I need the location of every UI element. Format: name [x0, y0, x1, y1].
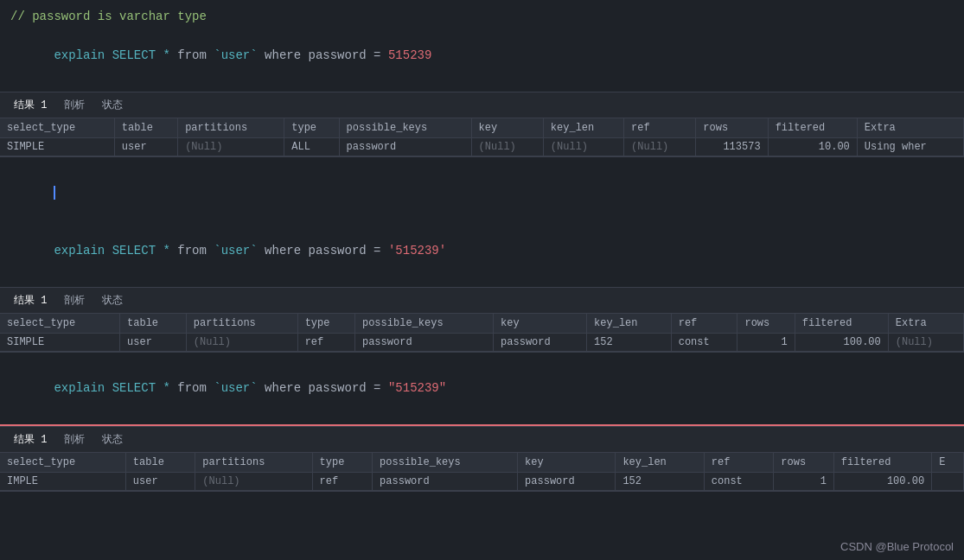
col-partitions-2: partitions — [186, 314, 297, 334]
tab-analyze-2[interactable]: 剖析 — [57, 291, 92, 309]
code-area-2: explain SELECT * from `user` where passw… — [0, 157, 964, 287]
tab-status-2[interactable]: 状态 — [95, 291, 130, 309]
tab-result-1[interactable]: 结果 1 — [7, 96, 54, 114]
tab-status-1[interactable]: 状态 — [95, 96, 130, 114]
col-select-type-2: select_type — [0, 314, 120, 334]
table-row: SIMPLE user (Null) ref password password… — [0, 333, 964, 351]
section-1: // password is varchar type explain SELE… — [0, 0, 964, 157]
col-extra-2: Extra — [888, 314, 963, 334]
col-possible-keys-1: possible_keys — [339, 118, 471, 138]
value-3: "515239" — [388, 381, 446, 395]
col-table-3: table — [125, 453, 195, 473]
table-row: SIMPLE user (Null) ALL password (Null) (… — [0, 137, 964, 156]
col-key-len-3: key_len — [616, 453, 704, 473]
from-1: from — [177, 48, 207, 62]
col-extra-1: Extra — [857, 118, 963, 138]
col-filtered-3: filtered — [833, 453, 931, 473]
section-2: explain SELECT * from `user` where passw… — [0, 157, 964, 353]
col-type-1: type — [284, 118, 339, 138]
col-key-2: key — [494, 314, 587, 334]
table-ref-1: `user` — [214, 48, 257, 62]
from-2: from — [177, 244, 207, 258]
watermark: CSDN @Blue Protocol — [840, 540, 954, 553]
col-ref-1: ref — [624, 118, 696, 138]
result-table-1: select_type table partitions type possib… — [0, 118, 964, 156]
result-table-3: select_type table partitions type possib… — [0, 453, 964, 491]
tab-result-3[interactable]: 结果 1 — [7, 430, 54, 449]
keyword-explain-3: explain SELECT * — [54, 381, 177, 395]
col-possible-keys-3: possible_keys — [373, 453, 518, 473]
col-ref-2: ref — [671, 314, 737, 334]
col-ref-3: ref — [704, 453, 774, 473]
code-area-1: // password is varchar type explain SELE… — [0, 0, 964, 92]
table-ref-3: `user` — [214, 381, 257, 395]
col-filtered-1: filtered — [768, 118, 857, 138]
code-query-1: explain SELECT * from `user` where passw… — [10, 26, 954, 84]
value-2: '515239' — [388, 244, 446, 258]
code-query-2: explain SELECT * from `user` where passw… — [10, 222, 954, 280]
from-3: from — [177, 381, 207, 395]
col-key-len-2: key_len — [587, 314, 672, 334]
col-table-1: table — [114, 118, 177, 138]
col-key-3: key — [518, 453, 616, 473]
tabs-bar-3: 结果 1 剖析 状态 — [0, 426, 964, 453]
col-select-type-1: select_type — [0, 118, 114, 138]
col-key-1: key — [471, 118, 543, 138]
value-1: 515239 — [388, 48, 431, 62]
col-partitions-1: partitions — [178, 118, 284, 138]
code-query-3: explain SELECT * from `user` where passw… — [10, 360, 954, 417]
col-rows-2: rows — [737, 314, 795, 334]
text-cursor — [54, 186, 55, 200]
tab-result-2[interactable]: 结果 1 — [7, 291, 54, 309]
tab-analyze-3[interactable]: 剖析 — [57, 430, 92, 449]
col-select-type-3: select_type — [0, 453, 125, 473]
col-partitions-3: partitions — [195, 453, 312, 473]
section-3: explain SELECT * from `user` where passw… — [0, 353, 964, 492]
tab-analyze-1[interactable]: 剖析 — [57, 96, 92, 114]
keyword-explain-2: explain SELECT * — [54, 244, 177, 258]
code-area-3: explain SELECT * from `user` where passw… — [0, 353, 964, 426]
tabs-bar-2: 结果 1 剖析 状态 — [0, 287, 964, 314]
col-rows-3: rows — [774, 453, 834, 473]
col-rows-1: rows — [696, 118, 768, 138]
col-filtered-2: filtered — [795, 314, 888, 334]
col-possible-keys-2: possible_keys — [354, 314, 493, 334]
tab-status-3[interactable]: 状态 — [95, 430, 130, 449]
code-comment-1: // password is varchar type — [10, 7, 954, 26]
table-row: IMPLE user (Null) ref password password … — [0, 473, 964, 491]
col-type-2: type — [297, 314, 354, 334]
col-e-3: E — [932, 453, 964, 473]
table-ref-2: `user` — [214, 244, 257, 258]
col-key-len-1: key_len — [543, 118, 623, 138]
col-table-2: table — [120, 314, 187, 334]
code-cursor-line — [10, 164, 954, 222]
result-table-2: select_type table partitions type possib… — [0, 314, 964, 352]
keyword-explain-1: explain SELECT * — [54, 48, 177, 62]
col-type-3: type — [312, 453, 373, 473]
tabs-bar-1: 结果 1 剖析 状态 — [0, 92, 964, 118]
